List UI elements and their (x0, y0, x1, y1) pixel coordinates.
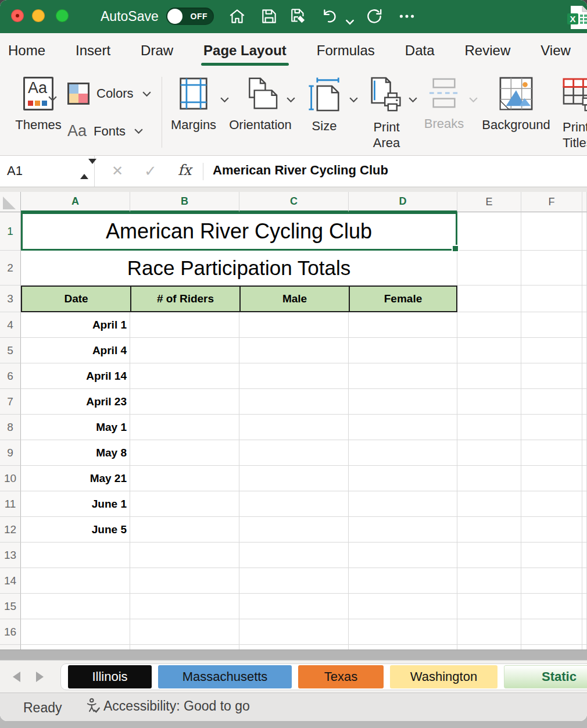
cell[interactable] (349, 619, 457, 645)
cell[interactable] (349, 440, 457, 466)
cell[interactable] (521, 466, 582, 491)
cell[interactable] (457, 619, 521, 645)
fonts-button[interactable]: Aa Fonts (67, 122, 144, 140)
print-area-chevron-icon[interactable] (408, 97, 418, 103)
cell[interactable] (521, 338, 582, 363)
row-header-8[interactable]: 8 (0, 415, 21, 440)
cell[interactable] (239, 517, 349, 543)
table-header-male[interactable]: Male (239, 286, 349, 312)
cell[interactable] (521, 594, 582, 619)
column-header-a[interactable]: A (21, 192, 130, 212)
cell[interactable] (239, 543, 349, 568)
cell[interactable] (239, 645, 349, 650)
ribbon-tab-home[interactable]: Home (8, 42, 45, 59)
ribbon-tab-formulas[interactable]: Formulas (317, 42, 375, 59)
cell[interactable] (582, 440, 587, 466)
enter-icon[interactable]: ✓ (144, 162, 157, 180)
cell[interactable] (130, 594, 239, 619)
column-header-c[interactable]: C (239, 192, 349, 212)
cell[interactable] (239, 466, 349, 491)
name-box[interactable]: A1 (0, 156, 95, 187)
more-ellipsis-icon[interactable] (398, 7, 416, 26)
row-header-13[interactable]: 13 (0, 543, 21, 568)
cell[interactable] (349, 543, 457, 568)
horizontal-scrollbar[interactable] (0, 650, 587, 661)
minimize-window-button[interactable] (32, 9, 45, 22)
undo-chevron-down-icon[interactable] (345, 13, 355, 31)
cell[interactable] (521, 491, 582, 517)
cell[interactable] (21, 594, 130, 619)
cell[interactable] (457, 286, 521, 312)
cell[interactable] (457, 568, 521, 594)
cell[interactable] (582, 338, 587, 363)
cancel-icon[interactable]: ✕ (112, 163, 123, 179)
name-box-stepper[interactable] (80, 164, 96, 174)
print-area-button[interactable]: Print Area (368, 77, 405, 151)
home-icon[interactable] (228, 7, 246, 26)
cell[interactable] (349, 517, 457, 543)
cell[interactable] (457, 491, 521, 517)
cell[interactable] (349, 568, 457, 594)
cell[interactable] (130, 543, 239, 568)
cell[interactable] (582, 251, 587, 286)
sheet-nav-left-icon[interactable] (13, 672, 20, 682)
cell[interactable] (582, 543, 587, 568)
row-header-14[interactable]: 14 (0, 568, 21, 594)
cell[interactable] (130, 363, 239, 389)
cell[interactable] (521, 389, 582, 415)
cell[interactable] (582, 517, 587, 543)
cell-a1-title[interactable]: American River Cycling Club (21, 212, 457, 251)
date-cell-row-8[interactable]: May 1 (21, 415, 130, 440)
column-header-partial[interactable] (582, 192, 587, 212)
cell[interactable] (457, 543, 521, 568)
cell[interactable] (457, 594, 521, 619)
cell[interactable] (521, 543, 582, 568)
orientation-chevron-icon[interactable] (286, 97, 296, 103)
table-header--of-riders[interactable]: # of Riders (130, 286, 239, 312)
sheet-tab-texas[interactable]: Texas (298, 665, 384, 688)
margins-button[interactable]: Margins (174, 77, 213, 133)
sheet-tab-illinois[interactable]: Illinois (68, 665, 152, 688)
cell[interactable] (457, 251, 521, 286)
row-header-4[interactable]: 4 (0, 312, 21, 338)
cell[interactable] (130, 619, 239, 645)
cell[interactable] (130, 312, 239, 338)
row-header-11[interactable]: 11 (0, 491, 21, 517)
insert-function-icon[interactable]: fx (178, 162, 191, 179)
size-button[interactable]: Size (306, 77, 343, 134)
cell[interactable] (521, 568, 582, 594)
themes-button[interactable]: Aa Themes (8, 77, 69, 133)
cell[interactable] (349, 466, 457, 491)
ribbon-tab-page-layout[interactable]: Page Layout (203, 42, 287, 59)
cell[interactable] (582, 491, 587, 517)
background-button[interactable]: Background (480, 77, 552, 133)
cell[interactable] (582, 568, 587, 594)
cell[interactable] (457, 312, 521, 338)
cell[interactable] (21, 645, 130, 650)
cell-a2-subtitle[interactable]: Race Participation Totals (21, 251, 457, 286)
cell[interactable] (582, 415, 587, 440)
cell[interactable] (521, 286, 582, 312)
cell[interactable] (521, 619, 582, 645)
formula-input[interactable]: American River Cycling Club (213, 163, 388, 178)
cell[interactable] (349, 415, 457, 440)
cell[interactable] (521, 415, 582, 440)
cell[interactable] (582, 312, 587, 338)
cell[interactable] (521, 363, 582, 389)
cell[interactable] (21, 543, 130, 568)
row-header-16[interactable]: 16 (0, 619, 21, 645)
save-icon[interactable] (260, 7, 278, 26)
ribbon-tab-review[interactable]: Review (465, 42, 511, 59)
cell[interactable] (239, 415, 349, 440)
date-cell-row-10[interactable]: May 21 (21, 466, 130, 491)
cell[interactable] (239, 440, 349, 466)
cell[interactable] (457, 415, 521, 440)
date-cell-row-4[interactable]: April 1 (21, 312, 130, 338)
cell[interactable] (130, 491, 239, 517)
cell[interactable] (349, 338, 457, 363)
cell[interactable] (349, 363, 457, 389)
cell[interactable] (130, 338, 239, 363)
date-cell-row-12[interactable]: June 5 (21, 517, 130, 543)
table-header-female[interactable]: Female (349, 286, 457, 312)
sheet-tab-massachusetts[interactable]: Massachusetts (158, 665, 292, 688)
